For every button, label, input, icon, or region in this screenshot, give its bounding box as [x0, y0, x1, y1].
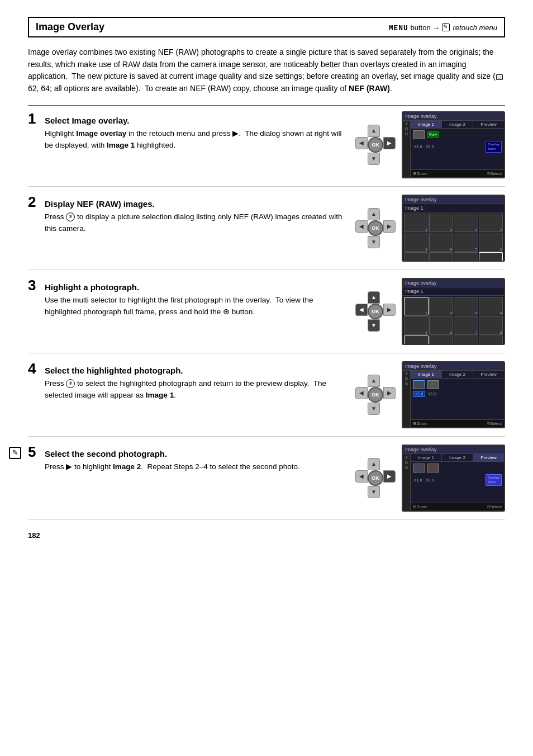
step-4-left: 4 Select the highlighted photograph. Pre… [28, 361, 356, 401]
dpad-up-3[interactable]: ▲ [368, 291, 380, 304]
dpad-up-2[interactable]: ▲ [368, 208, 380, 220]
step-5-right: ▲ ◀ OK ▶ ▼ Image overlay Y G B [356, 445, 505, 512]
menu-label: MENU [389, 24, 408, 32]
sidebar-g: G [405, 127, 408, 131]
screen-1-footer: ⊕Zoom ®Select [411, 169, 504, 177]
screen-2-subtitle: Image 1 [403, 204, 504, 212]
screen-4-footer: ⊕Zoom ®Select [411, 419, 504, 427]
dpad-grid-4: ▲ ◀ OK ▶ ▼ [355, 375, 396, 415]
screen-4-sidebar: Y G B [403, 371, 411, 427]
step-3-body: Use the multi selector to highlight the … [45, 295, 347, 318]
dpad-right-3[interactable]: ▶ [383, 304, 396, 316]
grid3-cell-12: 12 [479, 336, 503, 345]
retouch-menu-label: retouch menu [453, 23, 498, 32]
dpad-down-5[interactable]: ▼ [368, 486, 380, 498]
overlay-save-btn-5[interactable]: OverlaySave [486, 474, 502, 486]
screen-5-tab-preview[interactable]: Preview [473, 454, 504, 461]
grid-cell-4: 4 [479, 214, 503, 232]
grid-cell-10: 10 [429, 252, 454, 262]
dpad-right-1[interactable]: ▶ [383, 137, 396, 149]
screen-1-overlay-save: OverlaySave [486, 141, 502, 153]
step-5-screen: Image overlay Y G B Image 1 Image 2 Prev… [402, 445, 505, 512]
sidebar-y: Y [405, 122, 408, 126]
dpad-up-4[interactable]: ▲ [368, 375, 380, 387]
header-menu-path: MENU button → retouch menu [389, 22, 497, 32]
grid-cell-8: 8 [479, 233, 503, 251]
step-3-number: 3 [28, 278, 40, 292]
screen-4-thumb2 [427, 380, 439, 389]
dpad-ok-4[interactable]: OK [368, 387, 383, 403]
step-5: ✎ 5 Select the second photograph. Press … [28, 445, 505, 520]
screen-5-tab-image1[interactable]: Image 1 [411, 454, 442, 461]
step-5-icon-area: ✎ [9, 447, 21, 459]
step-5-dpad[interactable]: ▲ ◀ OK ▶ ▼ [356, 459, 395, 498]
step-4-right: ▲ ◀ OK ▶ ▼ Image overlay Y G B [356, 361, 505, 428]
dpad-left-4[interactable]: ◀ [355, 387, 368, 399]
screen-5-row2: X1.0 X1.0 OverlaySave [413, 474, 502, 486]
grid3-cell-10: 10 [429, 336, 454, 345]
screen-2-grid: 1 2 3 4 5 6 7 8 9 10 11 12 [403, 212, 504, 262]
step-2-dpad[interactable]: ▲ ◀ OK ▶ ▼ [356, 209, 395, 248]
dpad-down-1[interactable]: ▼ [368, 153, 380, 165]
grid3-cell-2: 2 [429, 297, 454, 315]
screen-4-title: Image overlay [403, 362, 504, 371]
step-3-screen: Image overlay Image 1 1 2 3 4 5 6 7 8 9 … [402, 278, 505, 345]
step-2-heading: Display NEF (RAW) images. [45, 199, 155, 209]
dpad-ok-1[interactable]: OK [368, 137, 383, 153]
dpad-right-5[interactable]: ▶ [383, 470, 396, 483]
dpad-right-2[interactable]: ▶ [383, 220, 396, 233]
dpad-down-3[interactable]: ▼ [368, 319, 380, 332]
screen-4-tab-image1[interactable]: Image 1 [411, 371, 442, 378]
dpad-left-2[interactable]: ◀ [355, 220, 368, 233]
arrow-separator: → [432, 23, 442, 32]
step-4: 4 Select the highlighted photograph. Pre… [28, 361, 505, 437]
grid-cell-6: 6 [429, 233, 454, 251]
dpad-right-4[interactable]: ▶ [383, 387, 396, 399]
retouch-icon [442, 23, 450, 31]
dpad-corner-br [383, 153, 396, 165]
dpad-down-2[interactable]: ▼ [368, 236, 380, 248]
dpad-ok-3[interactable]: OK [368, 304, 383, 319]
dpad-up-5[interactable]: ▲ [368, 458, 380, 470]
dpad-up-1[interactable]: ▲ [368, 125, 380, 137]
screen-1-tab-preview[interactable]: Preview [473, 121, 504, 128]
screen-5-tabs: Image 1 Image 2 Preview [411, 454, 504, 462]
grid-cell-7: 7 [454, 233, 478, 251]
sidebar-b: B [405, 132, 408, 136]
dpad-grid-5: ▲ ◀ OK ▶ ▼ [355, 458, 396, 498]
screen-1-title: Image overlay [403, 112, 504, 121]
step-2-number: 2 [28, 195, 40, 209]
dpad-ok-5[interactable]: OK [368, 470, 383, 486]
step-3-heading: Highlight a photograph. [45, 282, 139, 292]
grid3-cell-8: 8 [479, 316, 503, 334]
step-4-dpad[interactable]: ▲ ◀ OK ▶ ▼ [356, 375, 395, 414]
screen-4-tab-preview[interactable]: Preview [473, 371, 504, 378]
step-2-screen: Image overlay Image 1 1 2 3 4 5 6 7 8 9 … [402, 195, 505, 262]
page-title: Image Overlay [36, 21, 104, 33]
dpad-down-4[interactable]: ▼ [368, 403, 380, 415]
screen-5-thumb1 [413, 464, 425, 472]
screen-4-tabs: Image 1 Image 2 Preview [411, 371, 504, 379]
screen-4-tab-image2[interactable]: Image 2 [442, 371, 473, 378]
dpad-corner-tl [355, 125, 368, 137]
screen-5-tab-image2[interactable]: Image 2 [442, 454, 473, 461]
step-2: 2 Display NEF (RAW) images. Press ® to d… [28, 195, 505, 270]
screen-4-x2: X1.0 [427, 392, 437, 396]
dpad-left-3[interactable]: ◀ [355, 304, 368, 316]
footer-zoom-4: ⊕Zoom [413, 421, 427, 426]
dpad-corner-bl [355, 153, 368, 165]
dpad-left-5[interactable]: ◀ [355, 470, 368, 483]
screen-1-tab-image2[interactable]: Image 2 [442, 121, 473, 128]
screen-1-x2: X1.0 [425, 145, 435, 149]
dpad-left-1[interactable]: ◀ [355, 137, 368, 149]
overlay-save-btn-1[interactable]: OverlaySave [486, 141, 502, 153]
step-4-screen: Image overlay Y G B Image 1 Image 2 Prev… [402, 361, 505, 428]
step-2-left: 2 Display NEF (RAW) images. Press ® to d… [28, 195, 356, 235]
step-3-dpad[interactable]: ▲ ◀ OK ▶ ▼ [356, 292, 395, 331]
screen-1-row1: Raw [413, 130, 502, 139]
step-1-dpad[interactable]: ▲ ◀ OK ▶ ▼ [356, 125, 395, 164]
dpad-ok-2[interactable]: OK [368, 220, 383, 236]
grid3-cell-5: 5 [404, 316, 429, 334]
screen-1-tab-image1[interactable]: Image 1 [411, 121, 442, 128]
screen-4-row2: X1.0 X1.0 [413, 391, 502, 397]
